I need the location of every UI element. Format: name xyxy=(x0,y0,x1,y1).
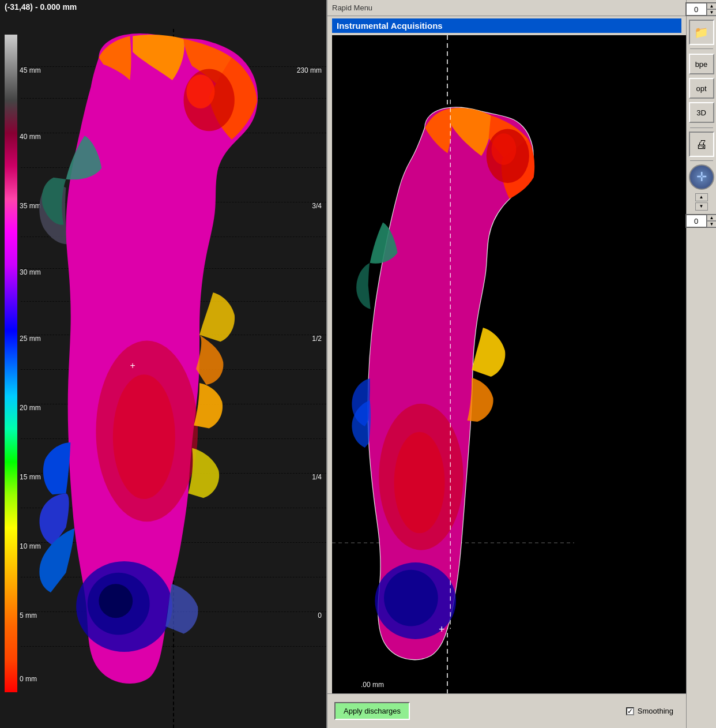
toolbar-sep-1 xyxy=(690,48,713,49)
bottom-controls: Apply discharges ✓ Smoothing xyxy=(327,693,686,728)
far-right-toolbar: 0 ▲ ▼ 📁 bpe opt 3D 🖨 xyxy=(686,0,716,728)
smoothing-control: ✓ Smoothing xyxy=(626,707,673,715)
right-panel: Rapid Menu 📌 0 ▲ ▼ 📁 bpe opt xyxy=(327,0,716,728)
display-area: .00 mm + xyxy=(332,35,686,693)
opt-label: opt xyxy=(696,84,706,93)
right-header: Rapid Menu 📌 xyxy=(327,0,716,16)
folder-icon: 📁 xyxy=(694,25,709,39)
scroll-down[interactable]: ▼ xyxy=(695,202,708,211)
counter-value[interactable]: 0 xyxy=(686,3,707,16)
compass-icon: ✛ xyxy=(696,170,707,185)
instrumental-section: Instrumental Acquisitions xyxy=(327,16,686,35)
crosshair-icon: + xyxy=(439,624,445,636)
coordinate-title: (-31,48) - 0.000 mm xyxy=(5,2,77,12)
counter-down[interactable]: ▼ xyxy=(707,9,717,16)
counter-up[interactable]: ▲ xyxy=(707,3,717,9)
bottom-counter-down[interactable]: ▼ xyxy=(707,221,717,227)
top-spinner[interactable]: 0 ▲ ▼ xyxy=(685,2,717,16)
bottom-counter-up[interactable]: ▲ xyxy=(707,215,717,221)
svg-point-6 xyxy=(99,584,133,618)
right-foot-svg xyxy=(338,35,574,693)
color-scale-bar xyxy=(5,35,17,692)
bpe-button[interactable]: bpe xyxy=(689,54,714,74)
foot-pressure-map: + xyxy=(20,0,319,704)
rapid-menu-title: Rapid Menu xyxy=(332,3,700,12)
top-spinner-container: 0 ▲ ▼ xyxy=(685,2,717,16)
3d-button[interactable]: 3D xyxy=(689,102,714,123)
scroll-up[interactable]: ▲ xyxy=(695,193,708,201)
svg-point-11 xyxy=(492,133,517,165)
scroll-arrows: ▲ ▼ xyxy=(695,193,708,211)
print-icon: 🖨 xyxy=(696,138,707,151)
svg-point-13 xyxy=(394,432,445,534)
compass-nav-button[interactable]: ✛ xyxy=(689,164,714,190)
toolbar-sep-3 xyxy=(690,160,713,161)
svg-point-15 xyxy=(384,570,438,626)
svg-point-3 xyxy=(113,374,175,499)
bottom-counter-value[interactable]: 0 xyxy=(686,215,707,227)
apply-discharges-button[interactable]: Apply discharges xyxy=(334,702,410,720)
opt-button[interactable]: opt xyxy=(689,78,714,99)
print-button[interactable]: 🖨 xyxy=(689,132,714,157)
bpe-label: bpe xyxy=(695,60,708,69)
3d-label: 3D xyxy=(696,108,706,117)
folder-button[interactable]: 📁 xyxy=(689,20,714,45)
bottom-spinner-container: 0 ▲ ▼ xyxy=(685,214,717,228)
counter-arrow-group: ▲ ▼ xyxy=(707,3,717,16)
instrumental-title: Instrumental Acquisitions xyxy=(332,18,681,33)
bottom-spinner[interactable]: 0 ▲ ▼ xyxy=(685,214,717,228)
svg-point-1 xyxy=(186,74,214,108)
left-panel: (-31,48) - 0.000 mm 45 mm 40 mm 35 mm 30… xyxy=(0,0,327,728)
toolbar-sep-2 xyxy=(690,127,713,128)
smoothing-checkbox[interactable]: ✓ xyxy=(626,707,634,715)
bottom-arrow-group: ▲ ▼ xyxy=(707,215,717,227)
svg-text:+: + xyxy=(130,361,135,370)
smoothing-label: Smoothing xyxy=(638,707,673,715)
scale-mm-bottom: .00 mm xyxy=(361,681,384,689)
